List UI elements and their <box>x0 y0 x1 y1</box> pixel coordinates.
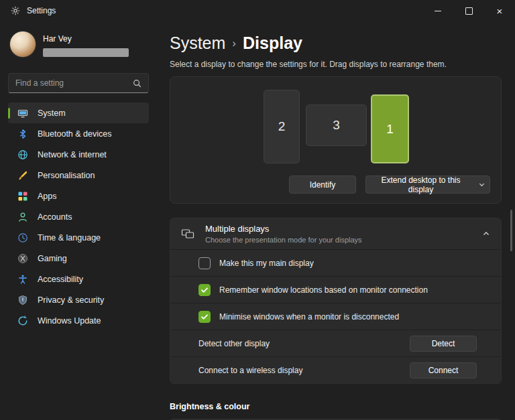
sidebar: Har Vey System Bl <box>0 21 157 420</box>
sidebar-item-label: Accounts <box>38 212 72 222</box>
multiple-displays-header[interactable]: Multiple displays Choose the presentatio… <box>170 218 501 249</box>
multiple-displays-titles: Multiple displays Choose the presentatio… <box>205 224 362 244</box>
page-title: Display <box>243 33 302 53</box>
brightness-colour-heading: Brightness & colour <box>170 402 502 411</box>
sidebar-item-label: Gaming <box>38 254 67 263</box>
sidebar-item-windows-update[interactable]: Windows Update <box>8 310 149 331</box>
user-avatar <box>9 31 36 58</box>
sidebar-item-network-internet[interactable]: Network & internet <box>8 144 149 165</box>
sidebar-item-label: System <box>38 109 66 118</box>
remember-locations-row: Remember window locations based on monit… <box>170 276 501 303</box>
titlebar: Settings × <box>0 0 515 21</box>
sidebar-item-apps[interactable]: Apps <box>8 186 149 206</box>
sidebar-item-label: Bluetooth & devices <box>38 129 112 139</box>
sidebar-item-gaming[interactable]: Gaming <box>8 248 149 269</box>
monitor-2[interactable]: 2 <box>264 90 300 163</box>
breadcrumb: System › Display <box>170 32 502 54</box>
minimize-button[interactable] <box>422 0 453 21</box>
minimise-windows-checkbox[interactable] <box>198 311 211 323</box>
shield-icon <box>17 295 28 305</box>
page-description: Select a display to change the settings … <box>170 60 502 69</box>
sidebar-item-personalisation[interactable]: Personalisation <box>8 165 149 186</box>
minimise-windows-label: Minimise windows when a monitor is disco… <box>219 312 501 322</box>
main-display-row: Make this my main display <box>170 249 501 276</box>
main-display-label: Make this my main display <box>219 259 501 268</box>
user-email-redacted <box>43 48 129 57</box>
sidebar-item-accessibility[interactable]: Accessibility <box>8 269 149 289</box>
sidebar-item-label: Privacy & security <box>38 295 104 305</box>
monitor-3[interactable]: 3 <box>306 104 367 146</box>
maximize-icon <box>465 7 473 15</box>
accessibility-icon <box>17 274 28 285</box>
extend-desktop-dropdown[interactable]: Extend desktop to this display <box>365 176 490 194</box>
brush-icon <box>17 170 28 181</box>
sidebar-item-label: Time & language <box>38 233 101 242</box>
connect-button[interactable]: Connect <box>410 362 477 378</box>
multiple-displays-section: Multiple displays Choose the presentatio… <box>170 218 502 384</box>
monitor-arrangement-area: 2 3 1 <box>170 77 501 176</box>
breadcrumb-separator-icon: › <box>232 32 236 54</box>
detect-display-label: Detect other display <box>198 339 401 348</box>
search-icon <box>133 79 141 88</box>
chevron-up-icon[interactable] <box>482 230 490 238</box>
sidebar-item-accounts[interactable]: Accounts <box>8 206 149 227</box>
monitor-1-selected[interactable]: 1 <box>371 94 409 163</box>
sidebar-item-label: Apps <box>38 192 57 201</box>
globe-icon <box>17 149 28 160</box>
detect-button[interactable]: Detect <box>410 336 477 352</box>
sidebar-item-privacy-security[interactable]: Privacy & security <box>8 289 149 310</box>
close-button[interactable]: × <box>484 0 515 21</box>
multiple-displays-title: Multiple displays <box>205 224 362 234</box>
minimise-windows-row: Minimise windows when a monitor is disco… <box>170 303 501 330</box>
main-content: System › Display Select a display to cha… <box>157 21 515 420</box>
window-controls: × <box>422 0 515 21</box>
remember-locations-label: Remember window locations based on monit… <box>219 285 501 295</box>
display-actions: Identify Extend desktop to this display <box>170 176 501 203</box>
extend-desktop-label: Extend desktop to this display <box>370 176 471 194</box>
search-box <box>8 73 149 93</box>
apps-grid-icon <box>17 191 28 202</box>
close-icon: × <box>497 6 503 16</box>
window-title: Settings <box>27 6 56 15</box>
settings-gear-icon <box>11 6 20 15</box>
display-arrangement-card: 2 3 1 Identify Extend desktop to this di… <box>170 76 502 204</box>
sidebar-item-label: Windows Update <box>38 316 101 326</box>
sidebar-item-label: Network & internet <box>38 150 107 159</box>
remember-locations-checkbox[interactable] <box>198 284 211 296</box>
multiple-displays-subtitle: Choose the presentation mode for your di… <box>205 236 362 244</box>
sidebar-item-time-language[interactable]: Time & language <box>8 227 149 248</box>
user-info: Har Vey <box>43 31 129 57</box>
user-name: Har Vey <box>43 34 129 44</box>
xbox-icon <box>17 253 28 264</box>
update-icon <box>17 316 28 326</box>
identify-button[interactable]: Identify <box>289 176 356 194</box>
sidebar-item-label: Accessibility <box>38 275 83 284</box>
bluetooth-icon <box>17 129 28 139</box>
sidebar-item-bluetooth-devices[interactable]: Bluetooth & devices <box>8 123 149 144</box>
user-account-row[interactable]: Har Vey <box>8 27 149 62</box>
wireless-display-row: Connect to a wireless display Connect <box>170 356 501 383</box>
system-icon <box>17 108 28 119</box>
wireless-display-label: Connect to a wireless display <box>198 366 401 375</box>
sidebar-item-system[interactable]: System <box>8 102 149 123</box>
multiple-displays-icon <box>181 227 194 240</box>
clock-icon <box>17 232 28 243</box>
search-input[interactable] <box>15 78 133 88</box>
chevron-down-icon <box>478 181 485 188</box>
breadcrumb-system[interactable]: System <box>170 33 225 53</box>
sidebar-item-label: Personalisation <box>38 171 95 180</box>
detect-display-row: Detect other display Detect <box>170 330 501 356</box>
sidebar-nav: System Bluetooth & devices Network & int… <box>8 102 149 331</box>
person-icon <box>17 212 28 222</box>
maximize-button[interactable] <box>453 0 484 21</box>
main-display-checkbox[interactable] <box>198 257 211 269</box>
minimize-icon <box>435 11 441 11</box>
scrollbar-thumb[interactable] <box>510 210 512 251</box>
